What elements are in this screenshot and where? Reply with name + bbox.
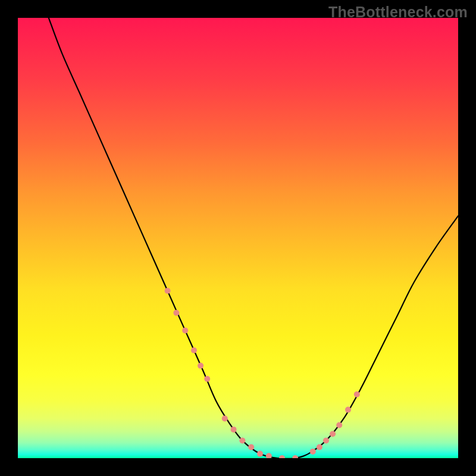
marker-group (165, 288, 360, 458)
marker-point (182, 327, 188, 333)
marker-point (191, 347, 197, 353)
marker-point (204, 376, 210, 382)
watermark-text: TheBottleneck.com (328, 4, 468, 21)
marker-point (165, 288, 171, 294)
marker-point (239, 437, 245, 443)
marker-point (323, 437, 329, 443)
marker-point (248, 444, 254, 450)
marker-point (266, 453, 272, 458)
curve-svg (18, 18, 458, 458)
marker-point (330, 431, 336, 437)
marker-point (292, 455, 298, 458)
marker-point (198, 363, 203, 369)
bottleneck-curve (49, 18, 458, 458)
marker-point (222, 415, 228, 421)
marker-point (310, 449, 316, 455)
marker-point (231, 427, 237, 433)
marker-point (336, 422, 342, 428)
chart-frame: TheBottleneck.com (0, 0, 476, 476)
plot-area (18, 18, 458, 458)
marker-point (173, 310, 179, 316)
marker-point (279, 455, 285, 458)
marker-point (257, 451, 263, 457)
marker-point (345, 407, 351, 413)
marker-point (317, 444, 322, 450)
marker-point (354, 392, 360, 397)
